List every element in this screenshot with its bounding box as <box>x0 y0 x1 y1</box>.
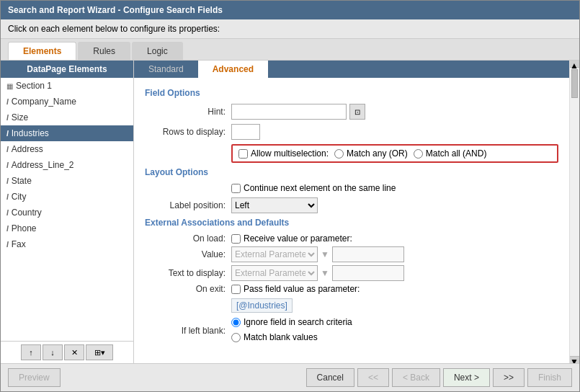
field-icon: I <box>6 130 9 138</box>
list-item-city[interactable]: I City <box>1 189 133 205</box>
left-panel: DataPage Elements ▦ Section 1 I Company_… <box>1 61 134 363</box>
scroll-down[interactable]: ▼ <box>570 356 579 363</box>
ignore-radio[interactable] <box>231 318 241 327</box>
label-position-select[interactable]: Left Right Top None <box>231 197 318 213</box>
if-blank-controls: Ignore field in search criteria Match bl… <box>231 317 352 344</box>
on-exit-controls: Pass field value as parameter: <box>231 284 360 294</box>
if-blank-label: If left blank: <box>145 326 231 336</box>
bottom-bar: Preview Cancel << < Back Next > >> Finis… <box>1 363 579 391</box>
next-next-button[interactable]: >> <box>493 368 525 387</box>
tab-advanced[interactable]: Advanced <box>198 61 268 78</box>
list-item[interactable]: I Phone <box>1 220 133 236</box>
match-any-radio[interactable] <box>334 149 344 159</box>
pass-at-container: [@Industries] <box>231 297 558 313</box>
field-icon: I <box>6 209 9 217</box>
right-content: Field Options Hint: ⊡ Rows to display: 5 <box>134 78 569 363</box>
list-item-country[interactable]: I Country <box>1 205 133 220</box>
on-load-label: On load: <box>145 233 231 244</box>
list-item[interactable]: ▦ Section 1 <box>1 78 133 94</box>
add-button[interactable]: ⊞▾ <box>86 344 113 360</box>
match-blank-label: Match blank values <box>244 332 318 342</box>
text-display-controls: External Parameters ▼ [@Industries] <box>231 265 404 281</box>
receive-value-checkbox[interactable] <box>231 234 241 244</box>
back-button[interactable]: < Back <box>392 368 440 387</box>
next-button[interactable]: Next > <box>443 368 490 387</box>
preview-section: Preview <box>8 368 61 387</box>
match-blank-radio-label: Match blank values <box>231 332 318 342</box>
delete-button[interactable]: ✕ <box>64 344 84 360</box>
left-panel-items: ▦ Section 1 I Company_Name I Size I Indu… <box>1 78 133 341</box>
rows-label: Rows to display: <box>145 127 231 137</box>
finish-button[interactable]: Finish <box>527 368 572 387</box>
value-param-select[interactable]: External Parameters <box>231 246 318 262</box>
text-input[interactable]: [@Industries] <box>332 265 404 281</box>
tab-rules[interactable]: Rules <box>78 42 130 60</box>
text-arrow: ▼ <box>321 268 329 278</box>
continue-checkbox[interactable] <box>231 184 241 193</box>
label-position-label: Label position: <box>145 200 231 210</box>
move-up-button[interactable]: ↑ <box>21 344 41 360</box>
continue-label: Continue next element on the same line <box>244 183 396 193</box>
hint-row: Hint: ⊡ <box>145 104 558 120</box>
rows-row: Rows to display: 5 <box>145 124 558 140</box>
hint-control: ⊡ <box>231 104 558 120</box>
right-tabs: Standard Advanced <box>134 61 569 78</box>
pass-field-checkbox[interactable] <box>231 285 241 294</box>
list-item[interactable]: I Fax <box>1 236 133 252</box>
top-tabs: Elements Rules Logic <box>1 39 579 61</box>
field-icon: I <box>6 146 9 153</box>
list-item[interactable]: I Size <box>1 110 133 125</box>
layout-options-title: Layout Options <box>145 167 558 177</box>
rows-control: 5 <box>231 124 558 140</box>
field-icon: I <box>6 177 9 185</box>
allow-multiselect-checkbox[interactable] <box>238 149 248 159</box>
nav-buttons: Cancel << < Back Next > >> Finish <box>306 368 572 387</box>
value-controls: External Parameters ▼ [@Industries] <box>231 246 404 262</box>
on-exit-row: On exit: Pass field value as parameter: <box>145 284 558 294</box>
list-item[interactable]: I Address_Line_2 <box>1 157 133 173</box>
left-panel-header: DataPage Elements <box>1 61 133 78</box>
ignore-label: Ignore field in search criteria <box>244 317 352 327</box>
field-options-title: Field Options <box>145 88 558 98</box>
tab-logic[interactable]: Logic <box>132 42 183 60</box>
pass-at-value: [@Industries] <box>231 298 293 313</box>
cancel-button[interactable]: Cancel <box>306 368 354 387</box>
scroll-up[interactable]: ▲ <box>570 61 579 68</box>
receive-value-label: Receive value or parameter: <box>244 233 352 244</box>
allow-multiselect-label: Allow multiselection: <box>238 148 329 159</box>
field-icon: I <box>6 114 9 122</box>
list-item[interactable]: I Address <box>1 141 133 157</box>
text-param-select[interactable]: External Parameters <box>231 265 318 281</box>
value-input[interactable]: [@Industries] <box>332 246 404 262</box>
hint-input[interactable] <box>231 104 347 120</box>
right-panel: Standard Advanced Field Options Hint: ⊡ <box>134 61 569 363</box>
label-position-control: Left Right Top None <box>231 197 558 213</box>
hint-icon-btn[interactable]: ⊡ <box>349 104 365 120</box>
list-item[interactable]: I Company_Name <box>1 94 133 110</box>
field-icon: I <box>6 225 9 233</box>
tab-elements[interactable]: Elements <box>8 42 76 60</box>
rows-input[interactable]: 5 <box>231 124 260 140</box>
left-panel-footer: ↑ ↓ ✕ ⊞▾ <box>1 341 133 363</box>
value-arrow: ▼ <box>321 249 329 259</box>
match-blank-radio[interactable] <box>231 333 241 342</box>
text-display-label: Text to display: <box>145 268 231 278</box>
subtitle: Click on each element below to configure… <box>1 19 579 39</box>
multiselect-row: Allow multiselection: Match any (OR) Mat… <box>231 144 558 163</box>
list-item-state[interactable]: I State <box>1 173 133 189</box>
preview-button[interactable]: Preview <box>8 368 61 387</box>
list-item-industries[interactable]: I Industries <box>1 125 133 141</box>
match-all-radio[interactable] <box>414 149 423 159</box>
tab-standard[interactable]: Standard <box>134 61 198 78</box>
main-content: DataPage Elements ▦ Section 1 I Company_… <box>1 61 579 363</box>
on-load-controls: Receive value or parameter: <box>231 233 352 244</box>
scroll-thumb[interactable] <box>571 69 578 98</box>
value-row: Value: External Parameters ▼ [@Industrie… <box>145 246 558 262</box>
dialog: Search and Report Wizard - Configure Sea… <box>0 0 580 392</box>
prev-prev-button[interactable]: << <box>357 368 389 387</box>
if-blank-row: If left blank: Ignore field in search cr… <box>145 317 558 344</box>
scrollbar[interactable]: ▲ ▼ <box>569 61 579 363</box>
on-load-row: On load: Receive value or parameter: <box>145 233 558 244</box>
title-bar: Search and Report Wizard - Configure Sea… <box>1 1 579 19</box>
move-down-button[interactable]: ↓ <box>43 344 63 360</box>
